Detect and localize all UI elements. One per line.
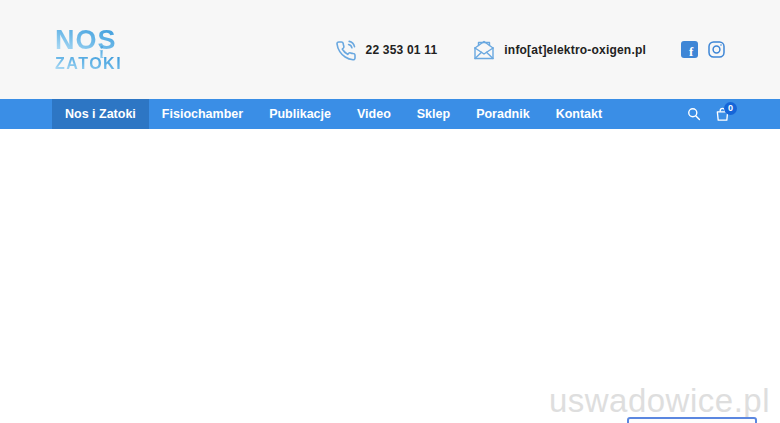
- phone-contact[interactable]: 22 353 01 11: [334, 38, 438, 62]
- phone-icon: [334, 38, 358, 62]
- nav-icon-group: 0: [687, 99, 730, 129]
- nav-item-publikacje[interactable]: Publikacje: [256, 99, 344, 129]
- email-icon: [472, 38, 496, 62]
- nav-item-sklep[interactable]: Sklep: [404, 99, 463, 129]
- nav-item-video[interactable]: Video: [344, 99, 404, 129]
- email-address[interactable]: info[at]elektro-oxigen.pl: [504, 43, 646, 57]
- page-content: uswadowice.pl: [0, 129, 780, 423]
- nav-item-nos-i-zatoki[interactable]: Nos i Zatoki: [52, 99, 149, 129]
- nav-item-poradnik[interactable]: Poradnik: [463, 99, 543, 129]
- logo-text-zatoki: ZATOKI: [55, 56, 133, 72]
- email-contact[interactable]: info[at]elektro-oxigen.pl: [472, 38, 646, 62]
- site-logo[interactable]: NOS i ZATOKI: [55, 27, 133, 72]
- watermark-text: uswadowice.pl: [549, 382, 770, 420]
- nav-item-fisiochamber[interactable]: Fisiochamber: [149, 99, 256, 129]
- cart-icon[interactable]: 0: [715, 107, 730, 122]
- logo-text-nos: NOS: [55, 27, 133, 54]
- nav-item-kontakt[interactable]: Kontakt: [543, 99, 616, 129]
- cart-count-badge: 0: [724, 102, 737, 115]
- site-header: NOS i ZATOKI 22 353 01 11: [0, 0, 780, 99]
- svg-text:f: f: [689, 44, 694, 58]
- facebook-icon[interactable]: f: [681, 41, 698, 58]
- social-links: f: [681, 41, 725, 58]
- cookie-accept-button-cutoff[interactable]: [627, 417, 757, 423]
- instagram-icon[interactable]: [708, 41, 725, 58]
- search-icon[interactable]: [687, 107, 701, 121]
- main-navigation: Nos i Zatoki Fisiochamber Publikacje Vid…: [0, 99, 780, 129]
- header-contact-area: 22 353 01 11 info[at]elektro-oxigen.pl: [334, 38, 725, 62]
- phone-number[interactable]: 22 353 01 11: [366, 43, 438, 57]
